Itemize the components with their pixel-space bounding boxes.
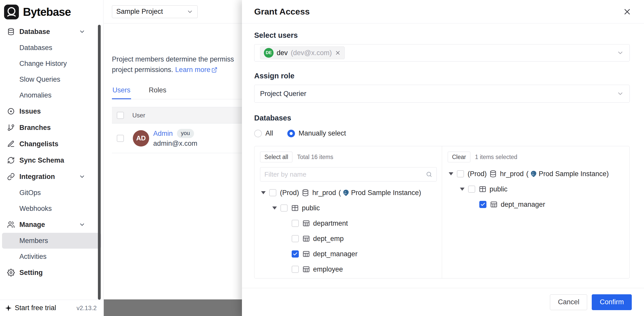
tree-row-table[interactable]: dept_manager: [260, 246, 442, 262]
database-name: hr_prod: [312, 189, 336, 197]
role-select[interactable]: Project Querier: [254, 85, 630, 103]
tree-row-table[interactable]: dept_manager: [448, 197, 629, 212]
sync-icon: [7, 156, 15, 164]
tab-users[interactable]: Users: [112, 86, 131, 99]
sidebar-item-members[interactable]: Members: [2, 233, 101, 249]
tree-row-database[interactable]: (Prod) hr_prod ( Prod Sample Instance): [260, 185, 442, 200]
checkbox[interactable]: [479, 201, 486, 208]
sidebar-item-label: Manage: [19, 221, 45, 229]
radio-all[interactable]: All: [254, 129, 273, 137]
sidebar-item-slow-queries[interactable]: Slow Queries: [2, 71, 101, 87]
sidebar-item-label: Integration: [19, 173, 55, 181]
chevron-down-icon: [617, 90, 624, 97]
sidebar-item-activities[interactable]: Activities: [2, 249, 101, 264]
checkbox[interactable]: [292, 250, 299, 258]
sidebar-scrollbar[interactable]: [98, 25, 101, 300]
role-select-value: Project Querier: [260, 90, 306, 98]
radio-manually-select[interactable]: Manually select: [287, 129, 346, 137]
tree-row-table[interactable]: department: [260, 216, 442, 231]
clear-button[interactable]: Clear: [448, 152, 470, 162]
sidebar-item-manage[interactable]: Manage: [2, 216, 101, 233]
sidebar-item-label: Webhooks: [19, 205, 52, 213]
sidebar-item-databases[interactable]: Databases: [2, 40, 101, 56]
database-scope-radios: All Manually select: [254, 129, 630, 137]
project-selector[interactable]: Sample Project: [112, 5, 198, 18]
sidebar-item-webhooks[interactable]: Webhooks: [2, 201, 101, 216]
tree-row-database[interactable]: (Prod) hr_prod ( Prod Sample Instance): [448, 166, 629, 181]
search-icon: [426, 171, 432, 178]
checkbox[interactable]: [280, 204, 288, 212]
sidebar-item-label: Slow Queries: [19, 76, 60, 83]
select-all-checkbox[interactable]: [117, 112, 124, 119]
caret-down-icon[interactable]: [260, 191, 267, 194]
confirm-button[interactable]: Confirm: [592, 294, 632, 310]
learn-more-link[interactable]: Learn more: [175, 65, 217, 75]
close-icon[interactable]: [623, 7, 632, 16]
sidebar-item-sync-schema[interactable]: Sync Schema: [2, 152, 101, 168]
drawer-header: Grant Access: [242, 0, 644, 23]
sidebar-item-issues[interactable]: Issues: [2, 103, 101, 119]
sidebar-item-label: Database: [19, 28, 50, 36]
sidebar-item-label: Branches: [19, 124, 51, 132]
sidebar-item-label: Sync Schema: [19, 156, 64, 164]
database-icon: [302, 189, 309, 197]
sidebar-item-label: GitOps: [19, 189, 41, 197]
users-select[interactable]: DE dev (dev@x.com): [254, 44, 630, 62]
filter-box: [260, 167, 437, 181]
drawer-title: Grant Access: [254, 7, 310, 17]
checkbox[interactable]: [468, 186, 475, 193]
tree-row-schema[interactable]: public: [448, 181, 629, 197]
remove-user-icon[interactable]: [335, 50, 341, 56]
database-tree-transfer: Select all Total 16 items (Prod) hr_prod: [254, 146, 630, 278]
row-checkbox[interactable]: [117, 135, 124, 142]
select-all-button[interactable]: Select all: [260, 152, 292, 162]
checkbox[interactable]: [292, 266, 299, 273]
sidebar-item-label: Setting: [19, 269, 43, 277]
checkbox[interactable]: [457, 170, 464, 177]
caret-down-icon[interactable]: [271, 206, 278, 210]
select-users-label: Select users: [254, 31, 630, 40]
checkbox[interactable]: [292, 235, 299, 242]
version-label: v2.13.2: [76, 305, 97, 312]
app-logo[interactable]: Bytebase: [0, 0, 103, 22]
tree-source-pane: Select all Total 16 items (Prod) hr_prod: [254, 146, 442, 278]
drawer-body: Select users DE dev (dev@x.com) Assign r…: [242, 23, 644, 288]
column-header-user: User: [132, 112, 145, 119]
postgres-icon: [342, 189, 350, 196]
sidebar-item-branches[interactable]: Branches: [2, 119, 101, 136]
environment-label: (Prod): [468, 170, 487, 178]
sidebar-item-label: Issues: [19, 107, 41, 115]
sidebar-item-setting[interactable]: Setting: [2, 264, 101, 281]
sidebar-item-gitops[interactable]: GitOps: [2, 185, 101, 201]
caret-down-icon[interactable]: [448, 172, 454, 175]
chevron-down-icon: [617, 49, 624, 56]
caret-down-icon[interactable]: [459, 188, 466, 191]
tree-selected-pane: Clear 1 items selected (Prod) hr_prod ( …: [442, 146, 629, 278]
sidebar-item-change-history[interactable]: Change History: [2, 56, 101, 71]
checkbox[interactable]: [292, 220, 299, 227]
sidebar-item-anomalies[interactable]: Anomalies: [2, 87, 101, 103]
start-free-trial-button[interactable]: Start free trial: [5, 304, 56, 312]
member-name-link[interactable]: Admin: [153, 130, 173, 138]
sidebar-item-integration[interactable]: Integration: [2, 168, 101, 185]
schema-icon: [479, 185, 486, 193]
table-icon: [490, 201, 498, 208]
tree-row-table[interactable]: dept_emp: [260, 231, 442, 246]
chip-user-email: (dev@x.com): [291, 49, 332, 57]
sidebar-item-changelists[interactable]: Changelists: [2, 136, 101, 152]
tree-row-table[interactable]: employee: [260, 262, 442, 277]
description-line2: project permissions.: [112, 66, 173, 74]
external-link-icon: [211, 67, 217, 73]
sidebar-item-database[interactable]: Database: [2, 23, 101, 40]
changelist-icon: [7, 140, 15, 148]
radio-all-label: All: [265, 129, 273, 137]
checkbox[interactable]: [269, 189, 276, 196]
filter-input[interactable]: [264, 171, 426, 178]
tab-roles[interactable]: Roles: [148, 86, 167, 99]
cancel-button[interactable]: Cancel: [550, 294, 587, 310]
chevron-down-icon: [187, 8, 193, 15]
avatar: DE: [264, 48, 274, 58]
instance-label: ( Prod Sample Instance): [339, 189, 421, 197]
selected-user-chip: DE dev (dev@x.com): [260, 46, 345, 59]
tree-row-schema[interactable]: public: [260, 200, 442, 216]
